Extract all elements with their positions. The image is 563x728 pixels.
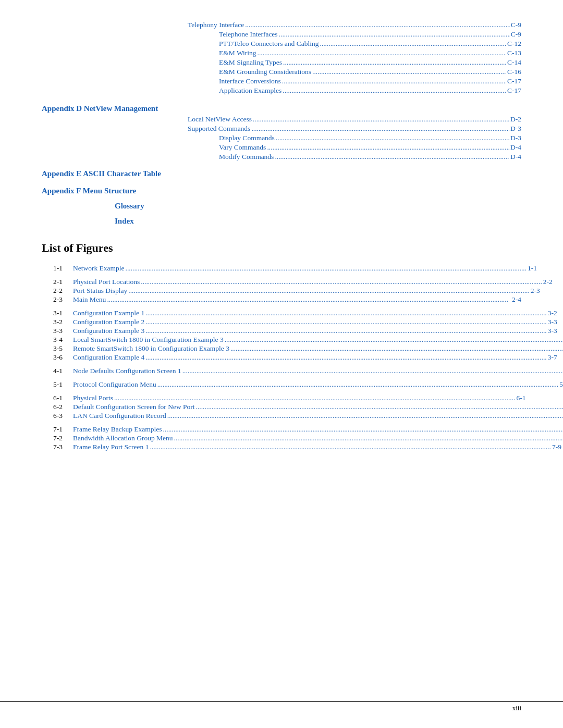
figure-row: 5-1 Protocol Configuration Menu 5-1 (42, 380, 521, 389)
page-footer: xiii (0, 701, 563, 712)
figure-row: 3-6 Configuration Example 4 3-7 (42, 353, 521, 362)
figure-row: 3-5 Remote SmartSwitch 1800 in Configura… (42, 344, 521, 353)
appendix-d-heading: Appendix D NetView Management (42, 104, 521, 113)
toc-modify-commands: Modify Commands D-4 (42, 153, 521, 161)
appendix-e-heading: Appendix E ASCII Character Table (42, 169, 521, 178)
figure-row: 2-3 Main Menu 2-4 (42, 295, 521, 304)
toc-telephone-interfaces: Telephone Interfaces C-9 (42, 30, 521, 39)
figure-group-3: 3-1 Configuration Example 1 3-2 3-2 Conf… (42, 309, 521, 362)
figure-row: 7-2 Bandwidth Allocation Group Menu 7-7 (42, 434, 521, 442)
figure-row: 4-1 Node Defaults Configuration Screen 1… (42, 367, 521, 375)
toc-display-commands: Display Commands D-3 (42, 134, 521, 142)
figure-row: 7-1 Frame Relay Backup Examples 7-3 (42, 425, 521, 434)
index-entry[interactable]: Index (115, 217, 521, 226)
list-of-figures-heading: List of Figures (42, 241, 521, 255)
appendix-f-heading: Appendix F Menu Structure (42, 187, 521, 195)
toc-ptt-telco: PTT/Telco Connectors and Cabling C-12 (42, 40, 521, 48)
toc-em-wiring: E&M Wiring C-13 (42, 49, 521, 57)
figure-row: 3-4 Local SmartSwitch 1800 in Configurat… (42, 336, 521, 344)
figure-group-2: 2-1 Physical Port Locations 2-2 2-2 Port… (42, 278, 521, 304)
toc-vary-commands: Vary Commands D-4 (42, 143, 521, 152)
figure-row: 6-1 Physical Ports 6-1 (42, 394, 521, 402)
figure-row: 3-3 Configuration Example 3 3-3 (42, 327, 521, 335)
toc-application-examples: Application Examples C-17 (42, 87, 521, 95)
page-number: xiii (512, 704, 521, 712)
figure-row: 6-3 LAN Card Configuration Record 6-4 (42, 412, 521, 420)
figure-group-7: 7-1 Frame Relay Backup Examples 7-3 7-2 … (42, 425, 521, 451)
figure-row: 7-3 Frame Relay Port Screen 1 7-9 (42, 443, 521, 451)
toc-telephony-interface: Telephony Interface C-9 (42, 21, 521, 29)
toc-em-signaling: E&M Signaling Types C-14 (42, 58, 521, 67)
figure-row: 6-2 Default Configuration Screen for New… (42, 403, 521, 411)
toc-em-grounding: E&M Grounding Considerations C-16 (42, 68, 521, 76)
figure-group-4: 4-1 Node Defaults Configuration Screen 1… (42, 367, 521, 375)
toc-local-netview: Local NetView Access D-2 (42, 115, 521, 124)
toc-interface-conversions: Interface Conversions C-17 (42, 77, 521, 85)
figure-group-5: 5-1 Protocol Configuration Menu 5-1 (42, 380, 521, 389)
figure-row: 2-1 Physical Port Locations 2-2 (42, 278, 521, 286)
figure-row: 2-2 Port Status Display 2-3 (42, 287, 521, 295)
toc-supported-commands: Supported Commands D-3 (42, 125, 521, 133)
figure-row: 3-1 Configuration Example 1 3-2 (42, 309, 521, 317)
figure-group-6: 6-1 Physical Ports 6-1 6-2 Default Confi… (42, 394, 521, 420)
figure-group-1: 1-1 Network Example 1-1 (42, 264, 521, 273)
figure-row: 3-2 Configuration Example 2 3-3 (42, 318, 521, 326)
glossary-entry[interactable]: Glossary (115, 202, 521, 211)
figure-row: 1-1 Network Example 1-1 (42, 264, 521, 273)
